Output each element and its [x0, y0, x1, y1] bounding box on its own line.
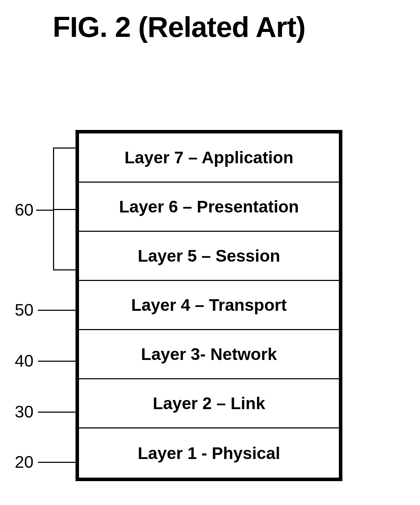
ref-20-line [38, 462, 76, 463]
osi-stack: Layer 7 – Application Layer 6 – Presenta… [76, 130, 342, 481]
ref-60-label: 60 [15, 200, 33, 219]
ref-60-bracket-h-mid [53, 209, 76, 210]
layer-4-transport: Layer 4 – Transport [79, 281, 339, 330]
layer-7-application: Layer 7 – Application [79, 133, 339, 183]
layer-5-session: Layer 5 – Session [79, 232, 339, 281]
figure-title: FIG. 2 (Related Art) [53, 11, 306, 44]
ref-50-label: 50 [15, 300, 33, 320]
ref-40-line [38, 361, 76, 362]
layer-6-presentation: Layer 6 – Presentation [79, 183, 339, 232]
ref-60-line [36, 210, 53, 211]
ref-30-line [38, 412, 76, 413]
ref-20-label: 20 [15, 452, 33, 472]
layer-2-link: Layer 2 – Link [79, 379, 339, 428]
layer-3-network: Layer 3- Network [79, 330, 339, 379]
layer-1-physical: Layer 1 - Physical [79, 428, 339, 478]
ref-40-label: 40 [15, 351, 33, 370]
ref-50-line [38, 310, 76, 311]
ref-60-bracket-h-bot [53, 269, 76, 270]
ref-60-bracket-h-top [53, 147, 76, 149]
ref-30-label: 30 [15, 402, 33, 421]
